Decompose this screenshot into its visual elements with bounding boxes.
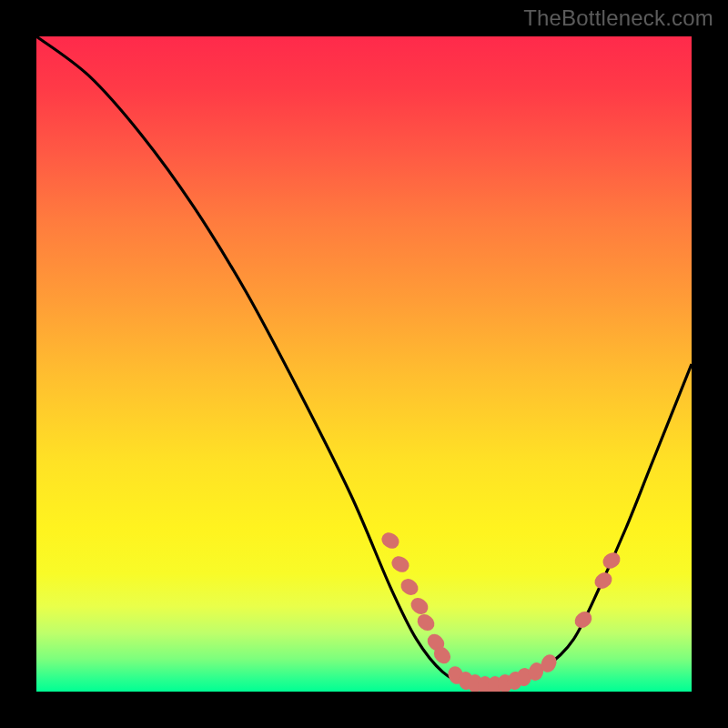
plot-area bbox=[36, 36, 692, 692]
data-marker bbox=[399, 576, 422, 599]
data-marker bbox=[571, 608, 595, 631]
data-marker bbox=[592, 569, 615, 592]
data-marker bbox=[600, 550, 622, 571]
data-marker bbox=[379, 530, 401, 551]
watermark-text: TheBottleneck.com bbox=[523, 5, 713, 31]
data-marker bbox=[389, 553, 411, 575]
chart-container: TheBottleneck.com bbox=[0, 0, 728, 728]
data-markers bbox=[36, 36, 692, 692]
data-marker bbox=[415, 612, 439, 634]
